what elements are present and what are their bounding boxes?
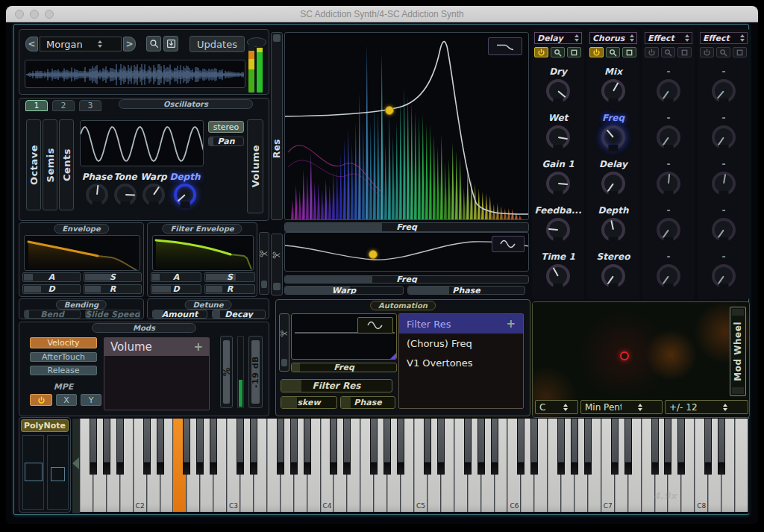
knob-empty[interactable]	[657, 172, 680, 195]
knob-empty[interactable]	[657, 264, 680, 288]
polynote-zone-marker[interactable]	[51, 467, 65, 481]
automation-shape-button[interactable]	[357, 317, 393, 334]
key-Ds2[interactable]	[157, 419, 164, 475]
knob-delay[interactable]	[601, 172, 625, 195]
keyboard-scroll-handle[interactable]	[72, 419, 80, 513]
key-Gs4[interactable]	[383, 419, 391, 475]
knob-freq[interactable]	[601, 125, 625, 149]
key-Cs5[interactable]	[424, 419, 431, 475]
envelope-display[interactable]	[24, 235, 140, 271]
slider-handle[interactable]	[273, 283, 281, 290]
add-mod-button[interactable]: +	[193, 340, 203, 354]
fenv-sustain-slider[interactable]: S	[204, 272, 255, 282]
automation-freq-slider[interactable]: Freq	[291, 363, 397, 372]
key-Ds5[interactable]	[437, 419, 445, 475]
key-Gs1[interactable]	[103, 419, 110, 475]
import-preset-button[interactable]	[163, 36, 178, 51]
key-Fs4[interactable]	[370, 419, 378, 475]
mpe-power-button[interactable]	[30, 394, 52, 406]
key-As5[interactable]	[491, 419, 498, 475]
lfo-handle[interactable]	[369, 250, 378, 259]
env-release-slider[interactable]: R	[84, 284, 142, 294]
key-Ds6[interactable]	[530, 419, 538, 475]
key-As6[interactable]	[584, 419, 592, 475]
preset-selector[interactable]: Morgan's Or...	[40, 37, 122, 51]
key-As4[interactable]	[397, 419, 404, 475]
key-Cs2[interactable]	[143, 419, 151, 475]
fenv-release-slider[interactable]: R	[204, 284, 255, 294]
updates-button[interactable]: Updates	[190, 36, 245, 52]
polynote-pad-right[interactable]	[47, 435, 69, 510]
close-window-button[interactable]	[15, 10, 24, 19]
key-F8[interactable]	[735, 419, 748, 512]
key-Gs3[interactable]	[290, 419, 298, 475]
effect-edit-button[interactable]	[677, 47, 692, 57]
automation-target-3[interactable]: V1 Overtones	[399, 353, 523, 372]
mod-source-velocity[interactable]: Velocity	[30, 337, 97, 348]
filter-spectrum-display[interactable]	[284, 32, 529, 220]
knob-wet[interactable]	[546, 125, 570, 149]
cents-slider[interactable]: Cents	[59, 119, 74, 210]
knob-phase[interactable]	[86, 184, 108, 206]
lfo-phase-slider[interactable]: Phase	[407, 286, 525, 295]
key-Cs3[interactable]	[237, 419, 244, 475]
key-Fs3[interactable]	[277, 419, 284, 475]
key-Cs8[interactable]	[704, 419, 712, 475]
key-Ds3[interactable]	[250, 419, 257, 475]
key-Cs6[interactable]	[517, 419, 525, 475]
knob-empty[interactable]	[657, 125, 680, 149]
key-As2[interactable]	[210, 419, 217, 475]
automation-phase-slider[interactable]: Phase	[340, 396, 395, 409]
root-note-dropdown[interactable]: C	[535, 400, 578, 414]
knob-depth[interactable]	[174, 184, 196, 206]
xy-cursor[interactable]	[620, 351, 629, 360]
filter-env-cut-slider[interactable]	[259, 232, 269, 295]
osc-tab-1[interactable]: 1	[25, 100, 48, 111]
knob-mix[interactable]	[601, 79, 625, 103]
effect-power-button[interactable]	[700, 47, 714, 57]
slider-handle[interactable]	[273, 34, 281, 42]
effect-search-button[interactable]	[606, 47, 620, 57]
mod-amount-slider[interactable]: %	[220, 336, 233, 408]
knob-warp[interactable]	[143, 184, 165, 206]
knob-depth[interactable]	[601, 218, 625, 242]
effect-type-dropdown[interactable]: Chorus	[589, 32, 637, 44]
slider-handle[interactable]	[281, 359, 287, 366]
effect-type-dropdown[interactable]: Delay	[534, 32, 582, 44]
knob-empty[interactable]	[712, 125, 736, 149]
mod-wheel-slider[interactable]: Mod Wheel	[730, 307, 746, 396]
knob-stereo[interactable]	[601, 264, 625, 288]
filter-freq-slider[interactable]: Freq	[284, 222, 529, 232]
minimize-window-button[interactable]	[30, 10, 39, 19]
polynote-button[interactable]: PolyNote	[21, 419, 69, 432]
next-preset-button[interactable]: >	[123, 37, 136, 51]
filter-res-slider-vertical[interactable]: Res	[271, 32, 283, 220]
mod-source-aftertouch[interactable]: AfterTouch	[30, 352, 97, 362]
lfo-display[interactable]	[284, 232, 529, 272]
key-Ds7[interactable]	[624, 419, 632, 475]
mpe-x-button[interactable]: X	[56, 394, 77, 406]
mpe-y-button[interactable]: Y	[81, 394, 101, 406]
effect-edit-button[interactable]	[622, 47, 636, 57]
effect-edit-button[interactable]	[733, 47, 747, 57]
mod-db-slider[interactable]: -19 dB	[248, 336, 263, 408]
lfo-warp-slider[interactable]: Warp	[284, 286, 404, 295]
filter-envelope-display[interactable]	[152, 235, 254, 271]
env-decay-slider[interactable]: D	[22, 284, 81, 294]
mod-target-1[interactable]: Volume+	[104, 338, 209, 356]
effect-type-dropdown[interactable]: Effect	[645, 32, 692, 44]
lfo-shape-button[interactable]	[492, 236, 525, 252]
prev-preset-button[interactable]: <	[25, 37, 38, 51]
key-Cs4[interactable]	[330, 419, 337, 475]
pan-slider[interactable]: Pan	[208, 137, 244, 146]
osc-waveform-display[interactable]	[80, 120, 204, 166]
pitch-range-dropdown[interactable]: +/- 12	[665, 400, 748, 414]
effect-search-button[interactable]	[716, 47, 730, 57]
env-attack-slider[interactable]: A	[22, 272, 81, 282]
knob-empty[interactable]	[712, 79, 736, 103]
key-Gs7[interactable]	[664, 419, 671, 475]
osc-tab-3[interactable]: 3	[79, 100, 101, 111]
stereo-button[interactable]: stereo	[208, 121, 244, 133]
key-As3[interactable]	[304, 419, 311, 475]
key-Gs6[interactable]	[571, 419, 578, 475]
